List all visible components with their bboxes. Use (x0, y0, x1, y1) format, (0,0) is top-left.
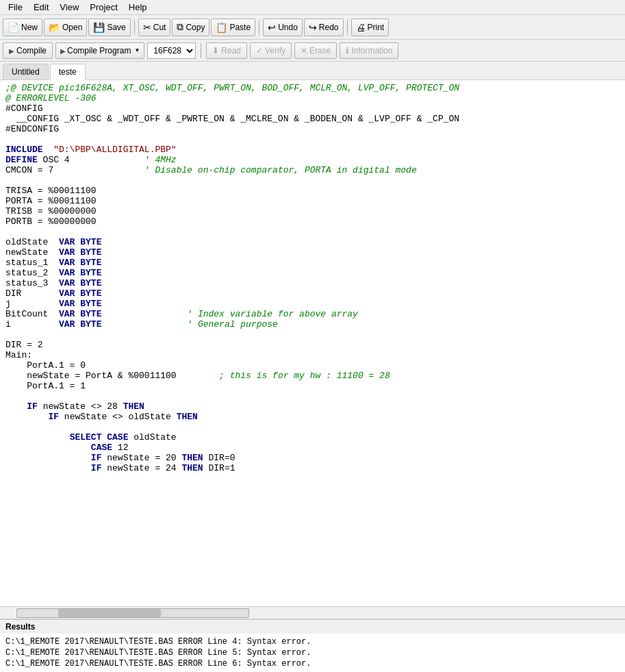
save-icon (93, 22, 105, 33)
verify-button[interactable]: Verify (250, 42, 292, 59)
copy-icon (177, 21, 183, 33)
redo-label: Redo (319, 23, 339, 32)
save-button[interactable]: Save (88, 18, 130, 36)
read-icon (212, 46, 219, 55)
new-label: New (21, 23, 38, 32)
paste-icon (216, 22, 227, 33)
sep4 (201, 43, 201, 58)
menu-file[interactable]: File (3, 1, 28, 14)
menu-project[interactable]: Project (84, 1, 123, 14)
print-icon (356, 22, 366, 33)
compile-toolbar: Compile Compile Program 16F628 16F84 16F… (0, 40, 625, 62)
copy-button[interactable]: Copy (172, 18, 209, 36)
new-button[interactable]: New (3, 18, 42, 36)
results-header: Results (0, 619, 625, 634)
print-button[interactable]: Print (351, 18, 390, 36)
cut-label: Cut (153, 23, 166, 32)
menu-view[interactable]: View (54, 1, 84, 14)
erase-button[interactable]: Erase (294, 42, 337, 59)
menu-help[interactable]: Help (123, 1, 153, 14)
compile-button[interactable]: Compile (3, 42, 53, 59)
copy-label: Copy (186, 23, 205, 32)
redo-icon (309, 22, 317, 33)
tab-bar: Untitled teste (0, 62, 625, 80)
horizontal-scrollbar[interactable] (0, 606, 625, 619)
results-title: Results (5, 622, 35, 632)
new-icon (8, 22, 19, 33)
open-label: Open (62, 23, 82, 32)
compile-program-icon (60, 46, 66, 55)
menu-edit[interactable]: Edit (28, 1, 54, 14)
error-line-3: C:\1_REMOTE 2017\RENAULT\TESTE.BAS ERROR… (5, 658, 620, 669)
sep2 (259, 20, 259, 35)
verify-label: Verify (265, 46, 285, 55)
erase-label: Erase (309, 46, 331, 55)
code-editor[interactable]: ;@ DEVICE pic16F628A, XT_OSC, WDT_OFF, P… (0, 80, 625, 606)
verify-icon (256, 46, 263, 55)
open-icon (49, 22, 60, 33)
sep1 (134, 20, 135, 35)
information-label: Information (351, 46, 392, 55)
scrollbar-track[interactable] (16, 608, 249, 618)
compile-program-label: Compile Program (67, 46, 131, 55)
paste-button[interactable]: Paste (211, 18, 255, 36)
scrollbar-thumb[interactable] (58, 609, 161, 617)
print-label: Print (368, 23, 385, 32)
error-line-1: C:\1_REMOTE 2017\RENAULT\TESTE.BAS ERROR… (5, 636, 620, 647)
save-label: Save (107, 23, 125, 32)
main-toolbar: New Open Save Cut Copy Paste Undo Redo P… (0, 15, 625, 40)
redo-button[interactable]: Redo (304, 18, 344, 36)
info-icon (346, 46, 349, 55)
compile-program-button[interactable]: Compile Program (55, 42, 144, 59)
error-line-2: C:\1_REMOTE 2017\RENAULT\TESTE.BAS ERROR… (5, 647, 620, 658)
compile-label: Compile (16, 46, 47, 55)
menu-bar: File Edit View Project Help (0, 0, 625, 15)
results-content: C:\1_REMOTE 2017\RENAULT\TESTE.BAS ERROR… (0, 634, 625, 672)
cut-button[interactable]: Cut (138, 18, 171, 36)
erase-icon (301, 46, 307, 55)
device-select[interactable]: 16F628 16F84 16F877 (147, 42, 196, 59)
cut-icon (143, 22, 151, 33)
information-button[interactable]: Information (340, 42, 398, 59)
read-button[interactable]: Read (206, 42, 247, 59)
tab-teste[interactable]: teste (50, 64, 86, 80)
read-label: Read (221, 46, 241, 55)
undo-icon (268, 22, 276, 33)
paste-label: Paste (229, 23, 251, 32)
tab-untitled[interactable]: Untitled (3, 64, 49, 79)
undo-button[interactable]: Undo (263, 18, 303, 36)
sep3 (347, 20, 348, 35)
undo-label: Undo (278, 23, 298, 32)
open-button[interactable]: Open (44, 18, 87, 36)
compile-icon (9, 46, 14, 55)
